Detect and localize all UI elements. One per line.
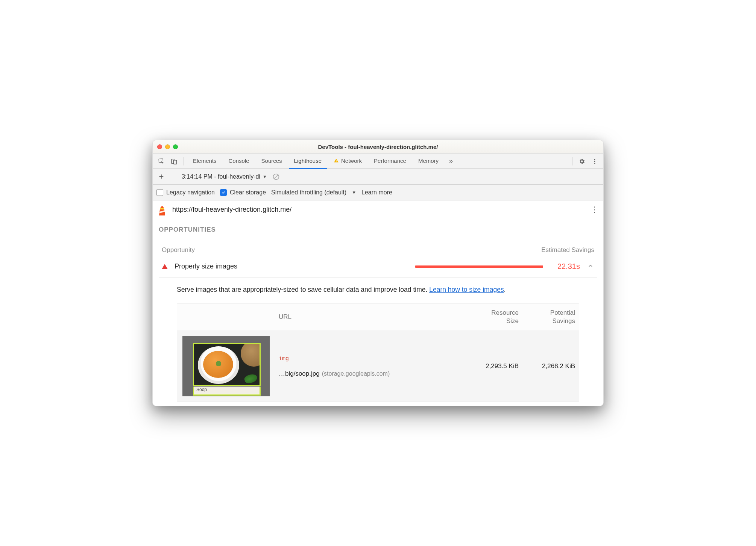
chevron-down-icon: ▼ [263, 174, 267, 179]
tab-label: Memory [418, 158, 439, 164]
table-header-thumb [177, 312, 275, 322]
tab-lighthouse[interactable]: Lighthouse [289, 154, 327, 169]
legacy-navigation-checkbox[interactable] [156, 189, 163, 196]
traffic-lights [157, 144, 178, 149]
settings-gear-icon[interactable] [576, 156, 587, 167]
tab-network[interactable]: Network [328, 154, 367, 169]
tab-label: Elements [193, 158, 217, 164]
table-header-url: URL [275, 308, 466, 326]
learn-how-link[interactable]: Learn how to size images [429, 286, 504, 293]
opportunity-row[interactable]: Properly size images 22.31s [159, 255, 597, 278]
minimize-window-button[interactable] [165, 144, 170, 149]
clear-storage-checkbox[interactable] [220, 189, 227, 196]
table-header-row: URL ResourceSize PotentialSavings [177, 303, 579, 331]
separator [184, 157, 184, 165]
savings-bar [415, 265, 543, 268]
lighthouse-options-row: Legacy navigation Clear storage Simulate… [153, 185, 603, 200]
separator [174, 173, 174, 181]
tab-label: Network [341, 158, 362, 164]
tab-label: Performance [374, 158, 406, 164]
table-row[interactable]: Soop img …big/soop.jpg(storage.googleapi… [177, 331, 579, 402]
inspect-element-icon[interactable] [156, 156, 167, 167]
throttling-label: Simulated throttling (default) [271, 189, 346, 196]
titlebar: DevTools - foul-heavenly-direction.glitc… [153, 140, 603, 154]
svg-rect-10 [160, 208, 164, 209]
window-title: DevTools - foul-heavenly-direction.glitc… [153, 144, 603, 150]
lighthouse-icon [157, 204, 167, 215]
thumbnail-cell: Soop [177, 331, 275, 402]
devtools-window: DevTools - foul-heavenly-direction.glitc… [152, 140, 604, 406]
tab-console[interactable]: Console [223, 154, 255, 169]
svg-point-7 [594, 163, 595, 164]
report-content: OPPORTUNITIES Opportunity Estimated Savi… [153, 219, 603, 405]
tab-label: Console [229, 158, 249, 164]
tested-url: https://foul-heavenly-direction.glitch.m… [172, 206, 585, 214]
col-opportunity-header: Opportunity [162, 246, 541, 254]
warning-icon [334, 158, 339, 163]
description-text: Serve images that are appropriately-size… [177, 286, 429, 293]
separator [572, 157, 572, 165]
tab-elements[interactable]: Elements [188, 154, 222, 169]
tab-memory[interactable]: Memory [413, 154, 444, 169]
clear-storage-label: Clear storage [230, 189, 266, 196]
resource-size-cell: 2,293.5 KiB [466, 357, 522, 375]
col-savings-header: Estimated Savings [541, 246, 594, 254]
chevron-down-icon: ▼ [352, 190, 356, 195]
description-suffix: . [504, 286, 506, 293]
tab-label: Lighthouse [294, 158, 322, 164]
lighthouse-toolbar: + 3:14:14 PM - foul-heavenly-di ▼ [153, 169, 603, 185]
section-heading: OPPORTUNITIES [159, 226, 597, 234]
throttling-dropdown[interactable]: ▼ [352, 190, 356, 195]
thumbnail-caption: Soop [193, 387, 261, 396]
report-menu-kebab-icon[interactable]: ⋯ [590, 205, 600, 214]
resource-url: …big/soop.jpg(storage.googleapis.com) [279, 370, 462, 378]
svg-rect-3 [336, 160, 336, 162]
chevron-up-icon[interactable] [587, 263, 594, 270]
new-report-button[interactable]: + [156, 172, 166, 182]
close-window-button[interactable] [157, 144, 162, 149]
svg-rect-4 [336, 162, 336, 162]
opportunity-title: Properly size images [175, 262, 237, 270]
opportunity-description: Serve images that are appropriately-size… [159, 278, 597, 303]
svg-point-5 [594, 159, 595, 160]
clear-storage-option[interactable]: Clear storage [220, 189, 266, 196]
tab-label: Sources [261, 158, 282, 164]
tab-sources[interactable]: Sources [256, 154, 287, 169]
svg-line-9 [274, 175, 278, 179]
fail-status-icon [162, 264, 168, 269]
report-url-row: https://foul-heavenly-direction.glitch.m… [153, 200, 603, 219]
toggle-device-toolbar-icon[interactable] [169, 156, 180, 167]
opportunity-list-header: Opportunity Estimated Savings [159, 246, 597, 255]
more-tabs-icon[interactable]: » [445, 156, 457, 167]
element-tag-label: img [279, 355, 462, 362]
legacy-navigation-option[interactable]: Legacy navigation [156, 189, 215, 196]
devtools-tabs-row: Elements Console Sources Lighthouse Netw… [153, 154, 603, 169]
table-header-resource-size: ResourceSize [466, 303, 522, 331]
clear-report-icon[interactable] [272, 173, 280, 180]
zoom-window-button[interactable] [173, 144, 178, 149]
report-selector[interactable]: 3:14:14 PM - foul-heavenly-di ▼ [182, 173, 267, 180]
svg-rect-2 [174, 160, 177, 164]
resources-table: URL ResourceSize PotentialSavings [177, 303, 579, 402]
resource-path: …big/soop.jpg [279, 370, 320, 377]
more-options-kebab-icon[interactable] [589, 156, 600, 167]
potential-savings-cell: 2,268.2 KiB [522, 357, 579, 375]
learn-more-link[interactable]: Learn more [361, 189, 392, 196]
resource-host: (storage.googleapis.com) [322, 370, 390, 377]
tab-performance[interactable]: Performance [369, 154, 411, 169]
savings-bar-track [301, 265, 543, 268]
table-header-potential-savings: PotentialSavings [522, 303, 579, 331]
element-thumbnail: Soop [182, 336, 270, 396]
opportunity-savings-value: 22.31s [550, 262, 580, 271]
report-selector-label: 3:14:14 PM - foul-heavenly-di [182, 173, 260, 180]
legacy-navigation-label: Legacy navigation [166, 189, 215, 196]
url-cell: img …big/soop.jpg(storage.googleapis.com… [275, 350, 466, 383]
svg-point-6 [594, 161, 595, 162]
